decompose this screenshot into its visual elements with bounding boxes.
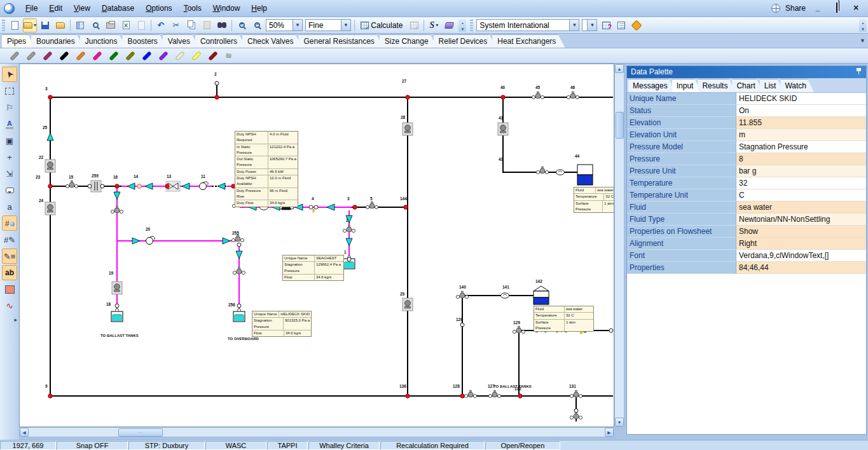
- left-toolbar-expand-arrow[interactable]: ▸: [14, 317, 17, 323]
- elbow-symbol[interactable]: [570, 412, 582, 419]
- export-excel-button[interactable]: X: [119, 18, 133, 32]
- flowsheet-canvas[interactable]: 3227404546252841444322231525916141311122…: [19, 64, 614, 427]
- tri-symbol[interactable]: [127, 183, 135, 189]
- helideck-skid-annotation[interactable]: Unique NameHELIDECK SKIDStagnation Press…: [252, 311, 312, 337]
- menu-file[interactable]: File: [20, 2, 43, 15]
- junction-node[interactable]: [165, 184, 169, 188]
- pen-style-12[interactable]: [191, 51, 202, 61]
- pen-style-7[interactable]: [109, 51, 119, 61]
- tri-symbol[interactable]: [132, 238, 140, 244]
- menu-window[interactable]: Window: [207, 2, 246, 15]
- tri-symbol[interactable]: [223, 238, 230, 244]
- property-value[interactable]: 32: [736, 177, 866, 189]
- elbow-symbol[interactable]: [488, 390, 500, 398]
- elbow-symbol[interactable]: [233, 267, 245, 275]
- pen-style-10[interactable]: [158, 51, 169, 61]
- units-combo[interactable]: System International▼: [476, 19, 579, 31]
- pen-properties-tool[interactable]: ✎≡: [2, 249, 17, 264]
- tri-symbol[interactable]: [145, 183, 153, 189]
- tank-142-annotation[interactable]: Fluidsea waterTemperature32 CSurface Pre…: [534, 306, 594, 332]
- close-button[interactable]: ×: [849, 3, 863, 14]
- elbow-symbol[interactable]: [567, 92, 579, 99]
- junction-node[interactable]: [406, 95, 410, 99]
- polygon-select-tool[interactable]: ⚐: [2, 100, 17, 115]
- component-tab-check-valves[interactable]: Check Valves: [242, 34, 302, 48]
- close-model-button[interactable]: [53, 18, 67, 32]
- elbow-symbol[interactable]: [570, 390, 582, 398]
- property-value[interactable]: Stagnation Pressure: [736, 141, 866, 153]
- tri-symbol[interactable]: [182, 183, 189, 189]
- tri-symbol[interactable]: [346, 238, 352, 246]
- seachest-annotation[interactable]: Unique NameSEACHESTStagnation Pressure12…: [282, 255, 344, 281]
- component-tab-boundaries[interactable]: Boundaries: [31, 34, 84, 48]
- pbox-symbol[interactable]: [45, 202, 55, 215]
- undo-button[interactable]: ↶: [154, 18, 168, 32]
- new-file-button[interactable]: [8, 18, 22, 32]
- tank142-symbol[interactable]: [534, 286, 549, 304]
- node[interactable]: [88, 184, 92, 188]
- zoom-combo-arrow[interactable]: ▼: [293, 20, 302, 31]
- restore-button[interactable]: [830, 3, 844, 14]
- oval-symbol[interactable]: [556, 170, 565, 175]
- pen-style-5[interactable]: [76, 51, 86, 61]
- property-value[interactable]: Right: [736, 238, 866, 250]
- node[interactable]: [237, 243, 241, 247]
- elbow-symbol[interactable]: [532, 92, 544, 99]
- pen-style-13[interactable]: [208, 51, 218, 61]
- resize-tool[interactable]: ⇲: [2, 166, 17, 181]
- property-value[interactable]: 8: [736, 153, 866, 165]
- script-button[interactable]: S▾: [427, 18, 441, 32]
- oval-symbol[interactable]: [501, 293, 509, 298]
- tri-symbol[interactable]: [47, 133, 53, 140]
- palette-tab-messages[interactable]: Messages: [628, 79, 675, 92]
- menu-edit[interactable]: Edit: [43, 2, 68, 15]
- node[interactable]: [237, 304, 241, 308]
- component-tab-valves[interactable]: Valves: [163, 34, 199, 48]
- zoom-in-button[interactable]: +: [235, 18, 249, 32]
- junction-node[interactable]: [48, 95, 52, 99]
- menu-view[interactable]: View: [68, 2, 96, 15]
- licence-book-button[interactable]: [442, 18, 456, 32]
- pen-style-8[interactable]: [125, 51, 135, 61]
- node[interactable]: [215, 81, 219, 85]
- pen-style-1[interactable]: [10, 51, 20, 61]
- palette-tab-results[interactable]: Results: [698, 79, 735, 92]
- menu-help[interactable]: Help: [245, 2, 273, 15]
- toolbar-overflow-button[interactable]: ▪▾: [458, 19, 466, 32]
- coil-pen-icon[interactable]: ≋: [225, 51, 232, 60]
- menu-options[interactable]: Options: [140, 2, 177, 15]
- quality-combo-arrow[interactable]: ▼: [341, 20, 350, 31]
- share-label[interactable]: Share: [785, 4, 806, 13]
- elbow-symbol[interactable]: [513, 326, 525, 334]
- pin-icon[interactable]: [856, 67, 862, 75]
- zoom-out-button[interactable]: −: [250, 18, 264, 32]
- secondary-combo-arrow[interactable]: ▼: [587, 20, 596, 31]
- junction-node[interactable]: [501, 95, 505, 99]
- scroll-right-button[interactable]: ▶: [605, 428, 614, 437]
- property-value[interactable]: On: [736, 105, 866, 117]
- spline-tool[interactable]: ∿: [2, 298, 17, 313]
- callout-tool[interactable]: [2, 182, 17, 198]
- copy-button[interactable]: [184, 18, 198, 32]
- elbow-symbol[interactable]: [366, 201, 378, 209]
- property-value[interactable]: 84;46,44: [736, 262, 866, 274]
- pen-style-11[interactable]: [175, 51, 185, 61]
- property-value[interactable]: C: [736, 189, 866, 201]
- secondary-combo[interactable]: ▼: [582, 19, 597, 31]
- horizontal-scrollbar[interactable]: ◀ ▶: [19, 427, 614, 437]
- pbox-symbol[interactable]: [45, 160, 55, 172]
- labels-tool[interactable]: ab: [2, 265, 17, 280]
- move-tool[interactable]: +: [2, 149, 17, 165]
- property-value[interactable]: HELIDECK SKID: [736, 93, 866, 105]
- component-tab-size-change[interactable]: Size Change: [380, 34, 437, 48]
- scroll-down-button[interactable]: ▼: [615, 418, 624, 426]
- scroll-left-button[interactable]: ◀: [20, 428, 29, 437]
- npair-symbol[interactable]: [309, 205, 318, 212]
- open-dropdown-arrow[interactable]: ▾: [34, 22, 36, 28]
- junction-node[interactable]: [48, 394, 52, 398]
- palette-tab-chart[interactable]: Chart: [732, 79, 762, 92]
- tank44-symbol[interactable]: [577, 165, 593, 185]
- pen-style-9[interactable]: [142, 51, 152, 61]
- menu-tools[interactable]: Tools: [178, 2, 207, 15]
- node[interactable]: [115, 304, 119, 308]
